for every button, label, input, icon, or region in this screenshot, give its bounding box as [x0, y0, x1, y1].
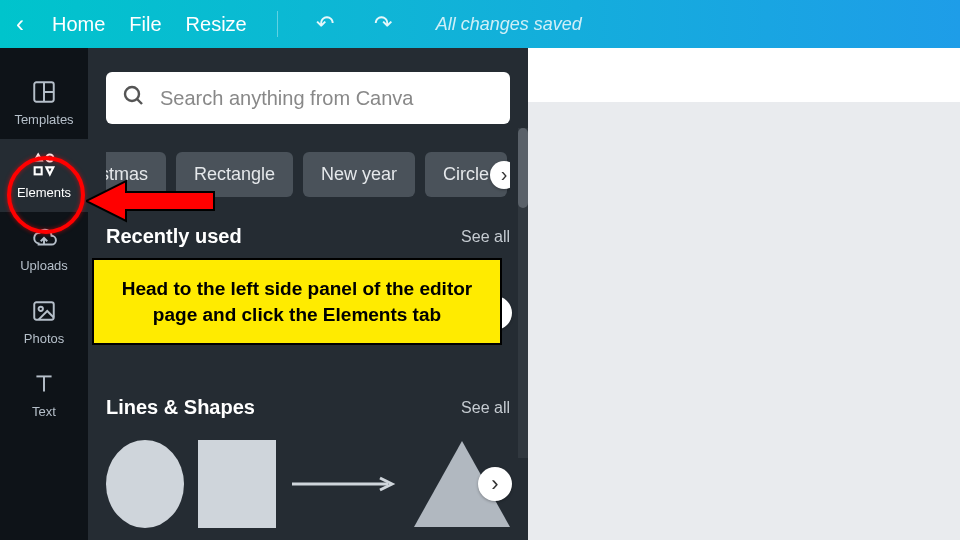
shapes-next-button[interactable]: ›: [478, 467, 512, 501]
sidebar-label: Photos: [24, 331, 64, 346]
canvas-top-strip: [528, 48, 960, 102]
resize-menu[interactable]: Resize: [186, 13, 247, 36]
search-input[interactable]: [160, 87, 494, 110]
svg-rect-6: [34, 302, 54, 319]
home-menu[interactable]: Home: [52, 13, 105, 36]
annotation-circle: [7, 156, 85, 234]
back-button[interactable]: ‹: [12, 10, 28, 38]
shape-line-arrow[interactable]: [290, 474, 400, 494]
top-toolbar: ‹ Home File Resize ↶ ↷ All changes saved: [0, 0, 960, 48]
elements-panel: hristmas Rectangle New year Circle › Rec…: [88, 48, 528, 540]
canvas-area: [528, 48, 960, 540]
photos-icon: [30, 297, 58, 325]
search-icon: [122, 84, 146, 112]
section-lines-head: Lines & Shapes See all: [106, 396, 510, 419]
svg-point-10: [125, 87, 139, 101]
instruction-callout: Head to the left side panel of the edito…: [92, 258, 502, 345]
svg-marker-13: [86, 181, 214, 221]
panel-scrollbar[interactable]: [518, 128, 528, 458]
sidebar-label: Uploads: [20, 258, 68, 273]
shapes-row: ›: [106, 437, 510, 531]
see-all-link[interactable]: See all: [461, 399, 510, 417]
separator: [277, 11, 278, 37]
section-title: Lines & Shapes: [106, 396, 255, 419]
see-all-link[interactable]: See all: [461, 228, 510, 246]
chips-next-button[interactable]: ›: [490, 161, 510, 189]
shape-square[interactable]: [198, 440, 276, 528]
scroll-thumb[interactable]: [518, 128, 528, 208]
shape-circle[interactable]: [106, 440, 184, 528]
sidebar-label: Text: [32, 404, 56, 419]
svg-point-7: [39, 307, 43, 311]
sidebar-templates[interactable]: Templates: [0, 66, 88, 139]
text-icon: [30, 370, 58, 398]
svg-line-11: [137, 99, 142, 104]
recent-body: › Head to the left side panel of the edi…: [106, 258, 510, 368]
sidebar-photos[interactable]: Photos: [0, 285, 88, 358]
undo-button[interactable]: ↶: [308, 11, 342, 37]
chip-newyear[interactable]: New year: [303, 152, 415, 197]
redo-button[interactable]: ↷: [366, 11, 400, 37]
save-status: All changes saved: [436, 14, 582, 35]
search-box[interactable]: [106, 72, 510, 124]
sidebar-label: Templates: [14, 112, 73, 127]
file-menu[interactable]: File: [129, 13, 161, 36]
sidebar: Templates Elements Uploads Photos Text: [0, 48, 88, 540]
templates-icon: [30, 78, 58, 106]
sidebar-text[interactable]: Text: [0, 358, 88, 431]
annotation-arrow-icon: [86, 176, 216, 230]
